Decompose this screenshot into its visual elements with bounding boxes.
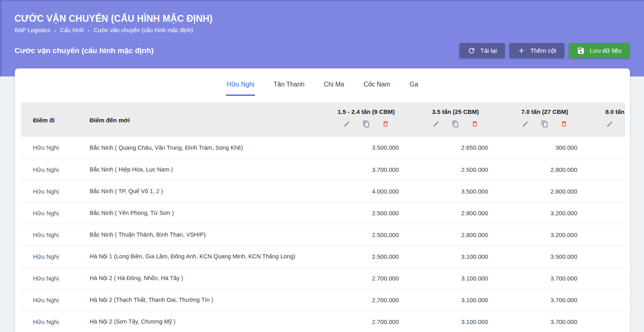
price-cell[interactable]: [601, 159, 625, 180]
price-cell[interactable]: [601, 202, 625, 224]
price-cell[interactable]: 3.100.000: [423, 267, 512, 289]
price-cell[interactable]: [601, 137, 625, 159]
border-gate-tabs: Hữu Nghị Tân Thanh Chi Ma Cốc Nam Ga: [15, 68, 630, 96]
plus-icon: [517, 47, 525, 55]
copy-icon[interactable]: [363, 120, 370, 128]
tab-ga[interactable]: Ga: [409, 81, 419, 96]
add-column-button[interactable]: Thêm cột: [509, 43, 564, 58]
price-cell[interactable]: 3.100.000: [423, 311, 512, 332]
destination-cell: Bắc Ninh ( Thuận Thành, Bình Than, VSHIP…: [82, 224, 334, 245]
table-row: Hữu Nghị Hà Nội 1 (Long Biên, Gia Lâm, Đ…: [21, 245, 625, 267]
price-cell[interactable]: [601, 289, 625, 311]
table-row: Hữu Nghị Hà Nội 2 (Thạch Thất, Thanh Oai…: [21, 289, 625, 311]
pricing-table: Điểm đi Điểm đến mới 1.5 - 2.4 tấn (9 CB…: [21, 102, 625, 332]
breadcrumb: BAP Logistics › Cấu hình › Cước vận chuy…: [14, 27, 630, 33]
origin-cell: Hữu Nghị: [21, 202, 82, 224]
destination-cell: Hà Nội 2 (Sơn Tây, Chương Mỹ ): [82, 311, 334, 332]
price-cell[interactable]: 3.500.000: [512, 245, 601, 267]
table-row: Hữu Nghị Bắc Ninh ( Yên Phong, Từ Sơn ) …: [21, 202, 625, 224]
trash-icon[interactable]: [471, 120, 478, 128]
table-row: Hữu Nghị Bắc Ninh ( TP, Quế Võ 1, 2 ) 4.…: [21, 180, 625, 202]
price-cell[interactable]: 2.500.000: [334, 224, 423, 245]
price-cell[interactable]: [601, 311, 625, 332]
price-cell[interactable]: 2.650.000: [423, 137, 512, 159]
tab-huu-nghi[interactable]: Hữu Nghị: [226, 81, 255, 96]
save-button-label: Lưu dữ liệu: [590, 47, 621, 54]
price-cell[interactable]: 2.800.000: [423, 202, 512, 224]
trash-icon[interactable]: [560, 120, 568, 128]
save-button[interactable]: Lưu dữ liệu: [569, 43, 630, 58]
breadcrumb-item-current: Cước vận chuyển (cấu hình mặc định): [94, 27, 193, 33]
table-row: Hữu Nghị Hà Nội 2 ( Hà Đông, Nhổn, Hà Tâ…: [21, 267, 625, 289]
reload-button[interactable]: Tải lại: [459, 43, 505, 58]
price-cell[interactable]: 2.700.000: [334, 267, 423, 289]
origin-cell: Hữu Nghị: [21, 245, 82, 267]
price-cell[interactable]: 2.500.000: [423, 159, 512, 180]
destination-cell: Bắc Ninh ( TP, Quế Võ 1, 2 ): [82, 180, 334, 202]
tab-chi-ma[interactable]: Chi Ma: [323, 81, 345, 96]
chevron-right-icon: ›: [54, 27, 56, 33]
table-row: Hữu Nghị Bắc Ninh ( Thuận Thành, Bình Th…: [21, 224, 625, 245]
origin-cell: Hữu Nghị: [21, 311, 82, 332]
price-cell[interactable]: 2.500.000: [334, 202, 423, 224]
breadcrumb-item-home[interactable]: BAP Logistics: [14, 27, 50, 33]
destination-cell: Bắc Ninh ( Quang Châu, Vân Trung, Đình T…: [82, 137, 334, 159]
price-cell[interactable]: 3.200.000: [512, 202, 601, 224]
origin-cell: Hữu Nghị: [21, 267, 82, 289]
column-header-origin: Điểm đi: [21, 102, 82, 137]
origin-cell: Hữu Nghị: [21, 224, 82, 245]
price-cell[interactable]: 2.800.000: [512, 159, 601, 180]
origin-cell: Hữu Nghị: [21, 159, 82, 180]
price-cell[interactable]: [601, 224, 625, 245]
price-cell[interactable]: 3.700.000: [512, 311, 601, 332]
table-row: Hữu Nghị Bắc Ninh ( Quang Châu, Vân Trun…: [21, 137, 625, 159]
price-cell[interactable]: 300.000: [512, 137, 601, 159]
price-cell[interactable]: 2.700.000: [334, 289, 423, 311]
reload-button-label: Tải lại: [480, 47, 497, 54]
price-cell[interactable]: 2.800.000: [512, 180, 601, 202]
price-cell[interactable]: 3.500.000: [334, 137, 423, 159]
refresh-icon: [468, 47, 476, 55]
origin-cell: Hữu Nghị: [21, 289, 82, 311]
price-cell[interactable]: 3.200.000: [512, 224, 601, 245]
price-cell[interactable]: 3.500.000: [423, 180, 512, 202]
page-header: CƯỚC VẬN CHUYỂN (CẤU HÌNH MẶC ĐỊNH) BAP …: [0, 0, 644, 76]
weight-column-label: 7.0 tấn (27 CBM): [512, 108, 601, 115]
pricing-card: Hữu Nghị Tân Thanh Chi Ma Cốc Nam Ga Điể…: [15, 68, 630, 332]
weight-column-label: 1.5 - 2.4 tấn (9 CBM): [334, 108, 423, 115]
price-cell[interactable]: [601, 245, 625, 267]
table-row: Hữu Nghị Hà Nội 2 (Sơn Tây, Chương Mỹ ) …: [21, 311, 625, 332]
price-cell[interactable]: [601, 267, 625, 289]
trash-icon[interactable]: [382, 120, 389, 128]
copy-icon[interactable]: [541, 120, 548, 128]
price-cell[interactable]: 3.700.000: [512, 267, 601, 289]
price-cell[interactable]: 3.100.000: [423, 289, 512, 311]
destination-cell: Bắc Ninh ( Yên Phong, Từ Sơn ): [82, 202, 334, 224]
pricing-table-viewport: Điểm đi Điểm đến mới 1.5 - 2.4 tấn (9 CB…: [21, 102, 625, 332]
price-cell[interactable]: 3.700.000: [334, 159, 423, 180]
price-cell[interactable]: [601, 180, 625, 202]
price-cell[interactable]: 2.700.000: [334, 311, 423, 332]
pencil-icon[interactable]: [433, 120, 440, 128]
pencil-icon[interactable]: [606, 120, 613, 128]
price-cell[interactable]: 2.800.000: [423, 224, 512, 245]
column-header-destination: Điểm đến mới: [82, 102, 334, 137]
column-header-weight-2: 3.5 tấn (25 CBM): [423, 102, 512, 137]
price-cell[interactable]: 3.100.000: [423, 245, 512, 267]
price-cell[interactable]: 2.500.000: [334, 245, 423, 267]
column-header-weight-4: 8.0 tấn: [601, 102, 625, 137]
tab-tan-thanh[interactable]: Tân Thanh: [273, 81, 305, 96]
destination-cell: Bắc Ninh ( Hiệp Hòa, Lục Nam ): [82, 159, 334, 180]
origin-cell: Hữu Nghị: [21, 180, 82, 202]
price-cell[interactable]: 3.700.000: [512, 289, 601, 311]
pencil-icon[interactable]: [343, 120, 351, 128]
column-header-weight-3: 7.0 tấn (27 CBM): [512, 102, 601, 137]
tab-coc-nam[interactable]: Cốc Nam: [363, 81, 391, 96]
breadcrumb-item-config[interactable]: Cấu hình: [60, 27, 84, 33]
weight-column-label: 8.0 tấn: [601, 108, 625, 115]
pencil-icon[interactable]: [522, 120, 529, 128]
price-cell[interactable]: 4.000.000: [334, 180, 423, 202]
origin-cell: Hữu Nghị: [21, 137, 82, 159]
copy-icon[interactable]: [452, 120, 459, 128]
column-header-weight-1: 1.5 - 2.4 tấn (9 CBM): [334, 102, 423, 137]
